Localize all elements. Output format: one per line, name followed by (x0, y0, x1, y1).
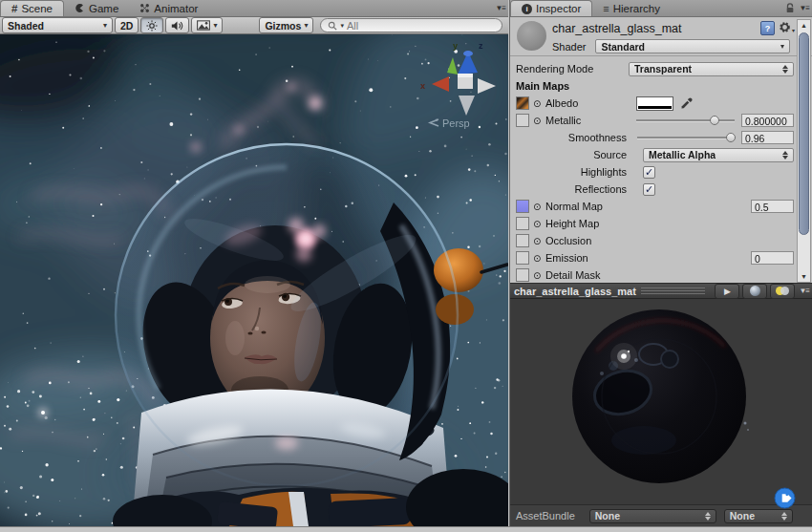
normal-map-row: ⊙ Normal Map 0.5 (510, 198, 812, 215)
tab-inspector[interactable]: i Inspector (510, 0, 592, 16)
target-picker-icon[interactable]: ⊙ (533, 202, 545, 212)
inspector-pane-menu-icon[interactable]: ▼≡ (799, 4, 809, 12)
gizmo-z-label[interactable]: z (479, 41, 483, 51)
target-picker-icon[interactable]: ⊙ (533, 236, 545, 246)
assetbundle-variant-dropdown[interactable]: None (724, 509, 793, 523)
updown-arrows-icon (701, 512, 711, 521)
scroll-up-icon[interactable]: ▲ (798, 20, 810, 31)
metallic-slider[interactable] (636, 115, 735, 126)
metallic-label: Metallic (545, 115, 636, 126)
bright-star (41, 411, 45, 415)
height-map-label: Height Map (545, 218, 599, 229)
normal-map-value-field[interactable]: 0.5 (751, 200, 794, 213)
occlusion-label: Occlusion (545, 235, 591, 246)
smoothness-slider[interactable] (637, 132, 735, 143)
material-properties: Rendering Mode Transparent Main Maps ⊙ A… (510, 55, 812, 283)
updown-arrows-icon (779, 151, 788, 160)
material-preview-header[interactable]: char_astrella_glass_mat ▶ ▼≡ (510, 283, 812, 299)
main-maps-header: Main Maps (510, 77, 812, 95)
rendering-mode-row: Rendering Mode Transparent (510, 60, 812, 77)
search-filter-value: All (347, 20, 358, 32)
shaded-dropdown[interactable]: Shaded ▾ (2, 17, 113, 33)
assetbundle-bar: AssetBundle None None (510, 504, 812, 526)
source-dropdown[interactable]: Metallic Alpha (643, 148, 794, 162)
preview-menu-icon[interactable]: ▼≡ (799, 287, 809, 295)
scrollbar-thumb[interactable] (799, 32, 809, 235)
preview-shape-button[interactable] (742, 284, 767, 299)
detail-mask-texture-thumbnail[interactable] (516, 268, 529, 282)
metallic-texture-thumbnail[interactable] (516, 114, 529, 127)
target-picker-icon[interactable]: ⊙ (533, 116, 545, 126)
help-icon[interactable]: ? (760, 21, 775, 35)
gear-icon[interactable]: ▾ (779, 21, 795, 33)
eyedropper-icon[interactable] (680, 97, 693, 110)
scene-tabstrip: # Scene Game Animator ▼≡ (0, 0, 508, 17)
target-picker-icon[interactable]: ⊙ (533, 253, 545, 264)
drag-handle[interactable] (641, 287, 706, 294)
gizmo-x-label[interactable]: x (420, 81, 425, 91)
tab-scene[interactable]: # Scene (0, 0, 64, 16)
height-map-texture-thumbnail[interactable] (516, 217, 529, 230)
emission-value-field[interactable]: 0 (751, 251, 794, 265)
shader-dropdown[interactable]: Standard ▾ (595, 39, 790, 53)
scene-pane-menu-icon[interactable]: ▼≡ (495, 4, 505, 12)
scene-pane: # Scene Game Animator ▼≡ (0, 0, 508, 526)
gizmo-y-label[interactable]: y (453, 41, 458, 51)
chevron-down-icon: ▾ (213, 21, 217, 30)
preview-lighting-button[interactable] (770, 284, 795, 299)
smoothness-value-field[interactable]: 0.96 (741, 131, 794, 144)
search-icon (328, 21, 337, 31)
material-header: char_astrella_glass_mat ? ▾ Shader Stand… (510, 17, 812, 56)
image-icon (197, 20, 210, 31)
sun-icon (146, 20, 158, 32)
tab-animator[interactable]: Animator (129, 0, 208, 16)
info-icon: i (522, 4, 532, 14)
target-picker-icon[interactable]: ⊙ (533, 219, 545, 229)
assetbundle-tag-icon[interactable] (774, 487, 796, 509)
metallic-value-field[interactable]: 0.800000 (741, 114, 794, 127)
emission-texture-thumbnail[interactable] (516, 251, 529, 265)
albedo-color-swatch[interactable] (636, 96, 673, 111)
gizmo-projection-label[interactable]: Persp (442, 117, 470, 129)
scene-render: x y z Persp (0, 34, 508, 526)
slider-thumb[interactable] (726, 133, 736, 142)
gizmos-dropdown[interactable]: Gizmos ▾ (259, 17, 313, 33)
preview-sphere-render (510, 299, 812, 504)
scene-effects-button[interactable]: ▾ (191, 17, 223, 33)
target-picker-icon[interactable]: ⊙ (533, 270, 545, 281)
tab-game[interactable]: Game (64, 0, 129, 16)
shader-label: Shader (552, 41, 586, 53)
assetbundle-dropdown[interactable]: None (589, 509, 716, 523)
updown-arrows-icon (778, 512, 787, 521)
scene-audio-toggle[interactable] (165, 17, 189, 33)
rendering-mode-dropdown[interactable]: Transparent (629, 62, 794, 76)
scene-viewport[interactable]: x y z Persp (0, 34, 508, 526)
speaker-icon (171, 20, 183, 32)
inspector-scrollbar[interactable]: ▲ ▼ (797, 19, 811, 283)
material-sphere-icon (517, 21, 546, 51)
reflections-checkbox[interactable]: ✓ (643, 183, 655, 196)
occlusion-texture-thumbnail[interactable] (516, 234, 529, 247)
hierarchy-list-icon: ≡ (603, 3, 609, 14)
gizmos-dropdown-label: Gizmos (265, 20, 301, 32)
preview-play-button[interactable]: ▶ (715, 284, 739, 299)
window-bottom-edge (0, 526, 812, 532)
albedo-texture-thumbnail[interactable] (516, 96, 529, 110)
scene-lighting-toggle[interactable] (140, 17, 163, 33)
slider-thumb[interactable] (710, 116, 719, 125)
tab-inspector-label: Inspector (536, 3, 581, 14)
highlights-checkbox[interactable]: ✓ (643, 166, 655, 179)
animator-icon (139, 3, 150, 13)
lock-icon[interactable] (785, 3, 795, 13)
target-picker-icon[interactable]: ⊙ (533, 98, 545, 109)
scene-search-field[interactable]: ▾ All (320, 18, 502, 32)
normal-map-texture-thumbnail[interactable] (516, 200, 529, 213)
tab-hierarchy[interactable]: ≡ Hierarchy (592, 0, 671, 16)
lights-icon (776, 287, 789, 295)
inspector-tabstrip: i Inspector ≡ Hierarchy ▼≡ (510, 0, 812, 17)
scroll-down-icon[interactable]: ▼ (798, 271, 810, 282)
inspector-pane: i Inspector ≡ Hierarchy ▼≡ char_astrella… (509, 0, 812, 526)
material-preview-area[interactable] (510, 299, 812, 504)
toggle-2d-button[interactable]: 2D (115, 17, 139, 33)
reflections-row: Reflections ✓ (510, 181, 812, 198)
